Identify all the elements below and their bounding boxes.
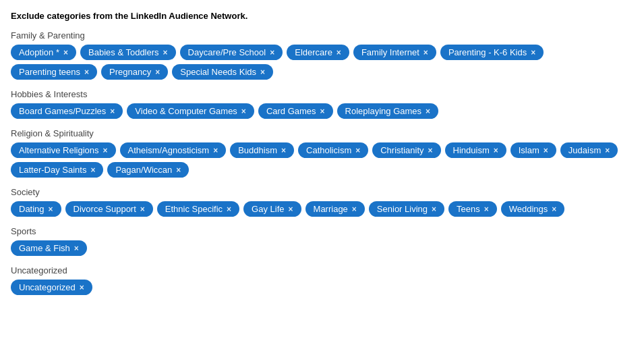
tag-close-society-6[interactable]: × — [484, 205, 489, 214]
tag-close-family-parenting-8[interactable]: × — [260, 68, 265, 77]
tags-row-society: Dating×Divorce Support×Ethnic Specific×G… — [11, 201, 633, 217]
tag-close-uncategorized-0[interactable]: × — [80, 283, 84, 292]
sections-container: Family & ParentingAdoption *×Babies & To… — [11, 30, 633, 295]
tag-religion-spirituality-8[interactable]: Latter-Day Saints× — [11, 162, 103, 178]
tag-close-hobbies-interests-0[interactable]: × — [110, 107, 115, 116]
tag-society-4[interactable]: Marriage× — [305, 201, 365, 217]
tag-society-1[interactable]: Divorce Support× — [65, 201, 153, 217]
category-section-hobbies-interests: Hobbies & InterestsBoard Games/Puzzles×V… — [11, 89, 633, 119]
tag-religion-spirituality-2[interactable]: Buddhism× — [230, 142, 294, 158]
tag-sports-0[interactable]: Game & Fish× — [11, 240, 87, 256]
tag-family-parenting-2[interactable]: Daycare/Pre School× — [180, 45, 283, 60]
tags-row-religion-spirituality: Alternative Religions×Atheism/Agnosticis… — [11, 142, 633, 178]
category-section-religion-spirituality: Religion & SpiritualityAlternative Relig… — [11, 128, 633, 178]
tag-close-family-parenting-4[interactable]: × — [423, 48, 428, 57]
tag-hobbies-interests-0[interactable]: Board Games/Puzzles× — [11, 103, 123, 119]
category-label-hobbies-interests: Hobbies & Interests — [11, 89, 633, 99]
category-section-family-parenting: Family & ParentingAdoption *×Babies & To… — [11, 30, 633, 80]
tag-close-religion-spirituality-2[interactable]: × — [281, 146, 286, 155]
tag-society-0[interactable]: Dating× — [11, 201, 61, 217]
tag-close-society-7[interactable]: × — [552, 205, 556, 214]
tag-religion-spirituality-3[interactable]: Catholicism× — [298, 142, 368, 158]
tag-religion-spirituality-9[interactable]: Pagan/Wiccan× — [107, 162, 189, 178]
tag-close-family-parenting-3[interactable]: × — [336, 48, 341, 57]
category-label-society: Society — [11, 187, 633, 197]
tag-religion-spirituality-1[interactable]: Atheism/Agnosticism× — [120, 142, 227, 158]
tag-close-society-3[interactable]: × — [289, 205, 293, 214]
tag-close-family-parenting-6[interactable]: × — [84, 68, 89, 77]
tag-close-religion-spirituality-5[interactable]: × — [494, 146, 498, 155]
tag-close-society-1[interactable]: × — [140, 205, 145, 214]
tag-hobbies-interests-3[interactable]: Roleplaying Games× — [337, 103, 438, 119]
tags-row-sports: Game & Fish× — [11, 240, 633, 256]
tag-close-society-0[interactable]: × — [49, 205, 53, 214]
tag-society-6[interactable]: Teens× — [448, 201, 497, 217]
tag-society-5[interactable]: Senior Living× — [369, 201, 444, 217]
tag-close-society-4[interactable]: × — [352, 205, 357, 214]
tag-religion-spirituality-4[interactable]: Christianity× — [372, 142, 440, 158]
tag-close-religion-spirituality-6[interactable]: × — [544, 146, 548, 155]
tag-society-3[interactable]: Gay Life× — [243, 201, 301, 217]
tag-close-family-parenting-2[interactable]: × — [270, 48, 274, 57]
tag-family-parenting-0[interactable]: Adoption *× — [11, 45, 76, 60]
tag-close-society-5[interactable]: × — [432, 205, 436, 214]
category-section-sports: SportsGame & Fish× — [11, 226, 633, 256]
tag-close-society-2[interactable]: × — [227, 205, 231, 214]
tag-religion-spirituality-6[interactable]: Islam× — [510, 142, 556, 158]
tag-close-family-parenting-1[interactable]: × — [163, 48, 168, 57]
page-title: Exclude categories from the LinkedIn Aud… — [11, 11, 633, 21]
category-label-sports: Sports — [11, 226, 633, 236]
category-label-religion-spirituality: Religion & Spirituality — [11, 128, 633, 138]
tag-hobbies-interests-2[interactable]: Card Games× — [258, 103, 333, 119]
tag-society-2[interactable]: Ethnic Specific× — [157, 201, 239, 217]
tag-society-7[interactable]: Weddings× — [501, 201, 565, 217]
tag-close-religion-spirituality-9[interactable]: × — [176, 165, 181, 175]
category-section-uncategorized: UncategorizedUncategorized× — [11, 265, 633, 295]
tag-close-hobbies-interests-3[interactable]: × — [426, 107, 430, 116]
tag-family-parenting-7[interactable]: Pregnancy× — [101, 64, 168, 80]
tag-family-parenting-8[interactable]: Special Needs Kids× — [172, 64, 273, 80]
tag-close-religion-spirituality-7[interactable]: × — [605, 146, 610, 155]
tag-religion-spirituality-5[interactable]: Hinduism× — [445, 142, 506, 158]
category-label-uncategorized: Uncategorized — [11, 265, 633, 275]
tag-close-religion-spirituality-3[interactable]: × — [355, 146, 360, 155]
tag-close-hobbies-interests-2[interactable]: × — [320, 107, 325, 116]
tag-close-religion-spirituality-4[interactable]: × — [428, 146, 433, 155]
tag-family-parenting-5[interactable]: Parenting - K-6 Kids× — [440, 45, 544, 60]
tag-close-religion-spirituality-1[interactable]: × — [213, 146, 218, 155]
tag-close-religion-spirituality-8[interactable]: × — [90, 165, 95, 175]
tag-close-family-parenting-0[interactable]: × — [63, 48, 68, 57]
tag-hobbies-interests-1[interactable]: Video & Computer Games× — [127, 103, 254, 119]
tag-family-parenting-1[interactable]: Babies & Toddlers× — [80, 45, 176, 60]
tag-close-family-parenting-7[interactable]: × — [155, 68, 160, 77]
tag-religion-spirituality-0[interactable]: Alternative Religions× — [11, 142, 116, 158]
tag-religion-spirituality-7[interactable]: Judaism× — [560, 142, 618, 158]
tags-row-uncategorized: Uncategorized× — [11, 280, 633, 295]
tag-close-sports-0[interactable]: × — [74, 244, 79, 253]
tag-family-parenting-4[interactable]: Family Internet× — [353, 45, 436, 60]
tags-row-hobbies-interests: Board Games/Puzzles×Video & Computer Gam… — [11, 103, 633, 119]
tag-family-parenting-6[interactable]: Parenting teens× — [11, 64, 97, 80]
tag-close-hobbies-interests-1[interactable]: × — [241, 107, 246, 116]
tags-row-family-parenting: Adoption *×Babies & Toddlers×Daycare/Pre… — [11, 45, 633, 80]
category-section-society: SocietyDating×Divorce Support×Ethnic Spe… — [11, 187, 633, 217]
tag-family-parenting-3[interactable]: Eldercare× — [287, 45, 349, 60]
category-label-family-parenting: Family & Parenting — [11, 30, 633, 41]
tag-uncategorized-0[interactable]: Uncategorized× — [11, 280, 92, 295]
tag-close-family-parenting-5[interactable]: × — [531, 48, 535, 57]
tag-close-religion-spirituality-0[interactable]: × — [103, 146, 108, 155]
